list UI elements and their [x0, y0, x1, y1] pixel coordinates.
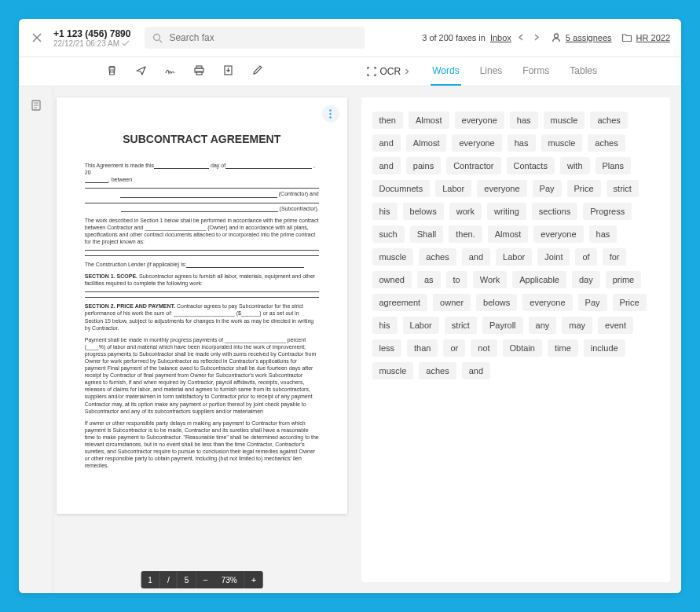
ocr-word[interactable]: time [548, 339, 578, 357]
share-button[interactable] [135, 64, 147, 79]
tab-tables[interactable]: Tables [568, 57, 599, 86]
ocr-word[interactable]: everyone [522, 294, 572, 311]
ocr-word[interactable]: has [510, 112, 538, 129]
ocr-word[interactable]: Almost [488, 225, 529, 243]
ocr-word[interactable]: and [372, 134, 401, 152]
ocr-word[interactable]: Labor [403, 317, 439, 334]
ocr-word[interactable]: owner [433, 294, 471, 311]
page-menu-button[interactable] [322, 105, 339, 123]
close-button[interactable] [30, 31, 44, 45]
delete-button[interactable] [106, 64, 118, 79]
tab-forms[interactable]: Forms [521, 57, 551, 86]
ocr-word[interactable]: Progress [583, 203, 632, 220]
ocr-word[interactable]: Joint [537, 248, 570, 266]
zoom-level: 73% [214, 572, 245, 588]
tab-lines[interactable]: Lines [478, 57, 504, 86]
pages-panel-button[interactable] [25, 94, 47, 116]
ocr-word[interactable]: everyone [452, 134, 501, 152]
pager-location-link[interactable]: Inbox [490, 33, 511, 42]
ocr-word[interactable]: as [417, 271, 441, 288]
ocr-word[interactable]: Labor [496, 248, 532, 266]
ocr-word[interactable]: work [449, 203, 482, 220]
ocr-word[interactable]: Applicable [512, 271, 566, 288]
ocr-word[interactable]: and [462, 248, 490, 266]
ocr-word[interactable]: his [372, 317, 398, 334]
ocr-word[interactable]: muscle [541, 134, 583, 152]
ocr-word[interactable]: with [560, 157, 590, 174]
ocr-word[interactable]: belows [476, 294, 517, 311]
ocr-word[interactable]: to [446, 271, 467, 288]
ocr-word[interactable]: Price [613, 294, 647, 311]
ocr-word[interactable]: Contractor [446, 157, 500, 174]
zoom-out-button[interactable]: − [196, 571, 214, 588]
ocr-word[interactable]: Obtain [503, 339, 542, 357]
pager-next[interactable] [531, 31, 541, 44]
ocr-word[interactable]: for [603, 248, 627, 266]
folder-button[interactable]: HR 2022 [621, 32, 670, 43]
ocr-word[interactable]: Price [567, 180, 601, 197]
ocr-word[interactable]: may [562, 317, 592, 334]
ocr-word[interactable]: aches [590, 112, 627, 129]
ocr-word[interactable]: then. [449, 225, 482, 243]
ocr-word[interactable]: and [462, 362, 490, 379]
ocr-word[interactable]: less [372, 339, 402, 357]
ocr-word[interactable]: muscle [544, 112, 585, 129]
ocr-word[interactable]: than [407, 339, 438, 357]
ocr-word[interactable]: Plans [596, 157, 632, 174]
ocr-word[interactable]: aches [419, 248, 456, 266]
tab-words[interactable]: Words [431, 57, 460, 86]
ocr-word[interactable]: Shall [410, 225, 443, 243]
ocr-word[interactable]: everyone [533, 225, 583, 243]
download-button[interactable] [222, 64, 234, 79]
ocr-word[interactable]: strict [445, 317, 477, 334]
ocr-word[interactable]: has [589, 225, 618, 243]
ocr-word[interactable]: event [598, 317, 633, 334]
ocr-word[interactable]: then [372, 112, 403, 129]
print-button[interactable] [193, 64, 205, 79]
ocr-word[interactable]: Contacts [507, 157, 555, 174]
ocr-word[interactable]: has [508, 134, 536, 152]
ocr-word[interactable]: owned [372, 271, 412, 288]
ocr-word[interactable]: prime [606, 271, 642, 288]
ocr-word[interactable]: such [372, 225, 405, 243]
ocr-word[interactable]: sections [532, 203, 577, 220]
ocr-word[interactable]: everyone [477, 180, 526, 197]
ocr-word[interactable]: strict [607, 180, 639, 197]
ocr-word[interactable]: pains [406, 157, 441, 174]
assignees-button[interactable]: 5 assignees [551, 32, 612, 43]
ocr-word[interactable]: everyone [455, 112, 504, 129]
ocr-word[interactable]: muscle [372, 362, 414, 379]
ocr-word[interactable]: Work [473, 271, 507, 288]
ocr-word[interactable]: Almost [409, 112, 449, 129]
ocr-word[interactable]: Pay [533, 180, 562, 197]
ocr-word[interactable]: writing [487, 203, 526, 220]
ocr-word[interactable]: of [575, 248, 596, 266]
ocr-word[interactable]: muscle [372, 248, 414, 266]
ocr-word[interactable]: day [572, 271, 600, 288]
pager-prev[interactable] [516, 31, 526, 44]
zoom-in-button[interactable]: + [245, 571, 262, 588]
ocr-word[interactable]: Labor [435, 180, 471, 197]
ocr-word[interactable]: Almost [406, 134, 447, 152]
ocr-word[interactable]: Payroll [482, 317, 523, 334]
ocr-word[interactable]: any [529, 317, 557, 334]
ocr-word[interactable]: or [443, 339, 465, 357]
ocr-word[interactable]: aches [588, 134, 625, 152]
ocr-word[interactable]: aches [419, 362, 456, 379]
sign-button[interactable] [164, 64, 176, 79]
ocr-word[interactable]: and [372, 157, 401, 174]
ocr-button[interactable]: OCR [363, 61, 414, 82]
ocr-word[interactable]: Documnets [372, 180, 431, 197]
ocr-word[interactable]: Pay [578, 294, 607, 311]
search-input[interactable] [169, 32, 357, 43]
ocr-word[interactable]: his [372, 203, 398, 220]
ocr-word[interactable]: agreement [372, 294, 428, 311]
svg-point-1 [554, 34, 558, 38]
svg-point-9 [330, 116, 332, 118]
ocr-pane: thenAlmosteveryonehasmuscleachesandAlmos… [350, 86, 682, 593]
edit-button[interactable] [251, 64, 263, 79]
ocr-word[interactable]: not [471, 339, 497, 357]
ocr-word[interactable]: belows [403, 203, 444, 220]
ocr-word[interactable]: include [584, 339, 625, 357]
search-box[interactable] [145, 27, 365, 49]
